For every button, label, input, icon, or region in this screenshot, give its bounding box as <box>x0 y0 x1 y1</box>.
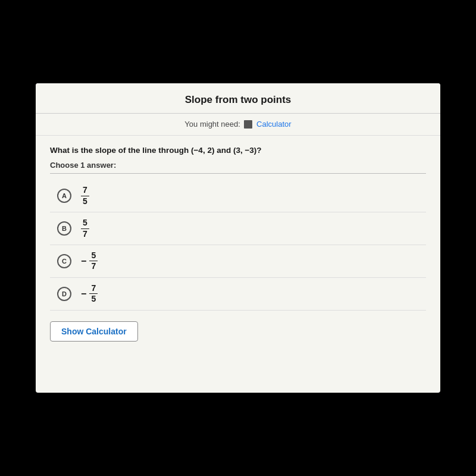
quiz-screen: Slope from two points You might need: Ca… <box>36 83 440 393</box>
show-calculator-button[interactable]: Show Calculator <box>50 321 138 342</box>
quiz-header: Slope from two points <box>36 83 440 114</box>
answer-label-b: B <box>57 221 71 236</box>
answer-fraction-b: 5 7 <box>81 218 89 239</box>
answer-item-c[interactable]: C − 5 7 <box>50 245 426 278</box>
answer-fraction-d: − 7 5 <box>81 284 98 304</box>
question-text: What is the slope of the line through (−… <box>50 145 426 156</box>
answer-list: A 7 5 B 5 7 C − 5 7 <box>50 180 426 310</box>
answer-item-a[interactable]: A 7 5 <box>50 180 426 212</box>
calculator-link[interactable]: Calculator <box>256 120 292 129</box>
answer-item-b[interactable]: B 5 7 <box>50 212 426 245</box>
answer-label-a: A <box>57 189 71 203</box>
content-area: What is the slope of the line through (−… <box>36 136 440 353</box>
answer-fraction-c: − 5 7 <box>81 251 98 271</box>
calculator-icon <box>244 120 252 129</box>
quiz-title: Slope from two points <box>50 94 426 106</box>
choose-label: Choose 1 answer: <box>50 161 426 170</box>
you-might-need-bar: You might need: Calculator <box>36 114 440 136</box>
you-might-need-text: You might need: <box>184 120 240 129</box>
answer-fraction-a: 7 5 <box>81 186 89 206</box>
answer-label-c: C <box>57 254 71 268</box>
answer-item-d[interactable]: D − 7 5 <box>50 278 426 311</box>
answer-label-d: D <box>57 287 71 301</box>
divider <box>50 173 426 174</box>
